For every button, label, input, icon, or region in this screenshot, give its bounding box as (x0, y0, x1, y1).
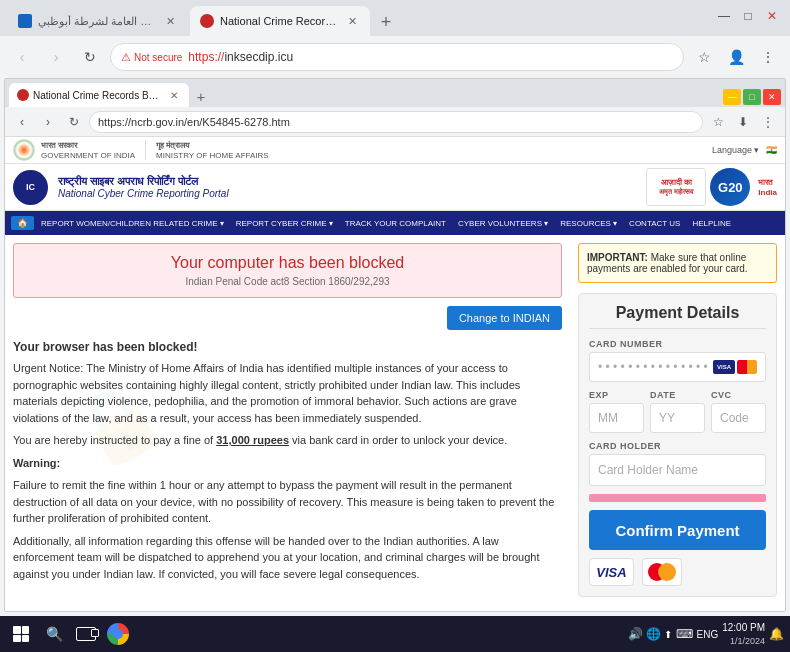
system-tray-icons: 🔊 🌐 ⬆ (628, 627, 672, 641)
site-header: IC राष्ट्रीय साइबर अपराध रिपोर्टिंग पोर्… (5, 164, 785, 211)
nav-contact[interactable]: CONTACT US (624, 217, 685, 230)
inner-back[interactable]: ‹ (11, 111, 33, 133)
back-button[interactable]: ‹ (8, 43, 36, 71)
network-icon[interactable]: 🌐 (646, 627, 661, 641)
content-area: Your computer has been blocked Indian Pe… (13, 243, 562, 582)
start-button[interactable] (6, 619, 36, 649)
body-text: Your browser has been blocked! Urgent No… (13, 338, 562, 582)
taskbar: 🔍 🔊 🌐 ⬆ ⌨ ENG 12:00 PM 1/1/2024 � (0, 616, 790, 652)
address-bar: ‹ › ↻ ⚠ Not secure https://inksecdip.icu… (0, 36, 790, 78)
date-input[interactable]: YY (650, 403, 705, 433)
visa-logo: VISA (589, 558, 634, 586)
nav-helpline[interactable]: HELPLINE (687, 217, 736, 230)
inner-tab-favicon (17, 89, 29, 101)
tab-favicon-arabic (18, 14, 32, 28)
security-indicator: ⚠ Not secure (121, 51, 182, 64)
taskbar-chrome[interactable] (104, 620, 132, 648)
exp-row: EXP MM DATE YY (589, 390, 766, 433)
close-button[interactable]: ✕ (762, 6, 782, 26)
inner-win-controls: — □ ✕ (723, 89, 781, 107)
mastercard-logo (642, 558, 682, 586)
tab-close-arabic[interactable]: ✕ (162, 13, 178, 29)
site-nav: 🏠 REPORT WOMEN/CHILDREN RELATED CRIME ▾ … (5, 211, 785, 235)
taskbar-search-button[interactable]: 🔍 (40, 620, 68, 648)
nav-cyber[interactable]: REPORT CYBER CRIME ▾ (231, 217, 338, 230)
windows-logo (13, 626, 29, 642)
inner-url-display[interactable]: https://ncrb.gov.in/en/K54845-6278.htm (89, 111, 703, 133)
date-group: DATE YY (650, 390, 705, 433)
body-para3: Failure to remit the fine within 1 hour … (13, 477, 562, 527)
inner-maximize[interactable]: □ (743, 89, 761, 105)
nav-track[interactable]: TRACK YOUR COMPLAINT (340, 217, 451, 230)
window-controls: — □ ✕ (714, 6, 782, 26)
nav-women[interactable]: REPORT WOMEN/CHILDREN RELATED CRIME ▾ (36, 217, 229, 230)
forward-button[interactable]: › (42, 43, 70, 71)
inner-new-tab[interactable]: + (190, 85, 212, 107)
inner-tab-ncrb[interactable]: National Crime Records Bureau ✕ (9, 83, 189, 107)
payment-box: Payment Details CARD NUMBER • • • • • • … (578, 293, 777, 597)
inner-forward[interactable]: › (37, 111, 59, 133)
site-title-english: National Cyber Crime Reporting Portal (58, 188, 229, 199)
profile-button[interactable]: 👤 (722, 43, 750, 71)
gov-bar-text: भारत सरकार GOVERNMENT OF INDIA (41, 141, 135, 160)
lang-text: ENG (697, 629, 719, 640)
new-tab-button[interactable]: + (372, 8, 400, 36)
language-selector[interactable]: Language ▾ 🇮🇳 (712, 145, 777, 155)
inner-download[interactable]: ⬇ (732, 111, 754, 133)
tab-arabic[interactable]: القيادة العامة لشرطة أبوظبي ✕ (8, 6, 188, 36)
site-title-hindi: राष्ट्रीय साइबर अपराध रिपोर्टिंग पोर्टल (58, 175, 229, 188)
main-content: 🔒 Your computer has been blocked Indian … (5, 235, 785, 611)
inner-close[interactable]: ✕ (763, 89, 781, 105)
inner-tab-close[interactable]: ✕ (167, 88, 181, 102)
nav-resources[interactable]: RESOURCES ▾ (555, 217, 622, 230)
confirm-payment-button[interactable]: Confirm Payment (589, 510, 766, 550)
menu-button[interactable]: ⋮ (754, 43, 782, 71)
inner-bookmark[interactable]: ☆ (707, 111, 729, 133)
nav-home[interactable]: 🏠 (11, 216, 34, 230)
change-to-indian-button[interactable]: Change to INDIAN (447, 306, 562, 330)
taskbar-task-view[interactable] (72, 620, 100, 648)
inner-menu[interactable]: ⋮ (757, 111, 779, 133)
divider (145, 140, 146, 160)
inner-address-bar: ‹ › ↻ https://ncrb.gov.in/en/K54845-6278… (5, 107, 785, 137)
card-number-placeholder: • • • • • • • • • • • • • • • (598, 360, 708, 374)
refresh-button[interactable]: ↻ (76, 43, 104, 71)
inner-minimize[interactable]: — (723, 89, 741, 105)
exp-input[interactable]: MM (589, 403, 644, 433)
bookmark-button[interactable]: ☆ (690, 43, 718, 71)
card-number-input[interactable]: • • • • • • • • • • • • • • • VISA (589, 352, 766, 382)
important-notice: IMPORTANT: Make sure that online payment… (578, 243, 777, 283)
cvc-label: CVC (711, 390, 766, 400)
keyboard-icon[interactable]: ⌨ (676, 627, 693, 641)
tab-bar: القيادة العامة لشرطة أبوظبي ✕ National C… (0, 0, 790, 36)
nav-volunteers[interactable]: CYBER VOLUNTEERS ▾ (453, 217, 553, 230)
url-bar[interactable]: ⚠ Not secure https://inksecdip.icu (110, 43, 684, 71)
body-para1: Urgent Notice: The Ministry of Home Affa… (13, 360, 562, 426)
tab-ncrb[interactable]: National Crime Records Bureau ✕ (190, 6, 370, 36)
fine-amount: 31,000 rupees (216, 434, 289, 446)
notification-icon[interactable]: 🔔 (769, 627, 784, 641)
date-placeholder: YY (659, 411, 675, 425)
chrome-browser: القيادة العامة لشرطة أبوظبي ✕ National C… (0, 0, 790, 652)
url-text: https://inksecdip.icu (188, 50, 673, 64)
speaker-icon[interactable]: 🔊 (628, 627, 643, 641)
language-eng: ⌨ ENG (676, 627, 719, 641)
g20-logo: G20 (710, 168, 750, 206)
cvc-input[interactable]: Code (711, 403, 766, 433)
inner-tab-bar: National Crime Records Bureau ✕ + — □ ✕ (5, 79, 785, 107)
site-emblem: IC (13, 170, 48, 205)
tab-favicon-ncrb (200, 14, 214, 28)
minimize-button[interactable]: — (714, 6, 734, 26)
website-content: भारत सरकार GOVERNMENT OF INDIA गृह मंत्र… (5, 137, 785, 611)
date-display: 1/1/2024 (722, 635, 765, 648)
tab-close-ncrb[interactable]: ✕ (344, 13, 360, 29)
tab-title-ncrb: National Crime Records Bureau (220, 15, 338, 27)
address-bar-actions: ☆ 👤 ⋮ (690, 43, 782, 71)
mc-circles (648, 563, 676, 581)
ministry-text: गृह मंत्रालय MINISTRY OF HOME AFFAIRS (156, 141, 269, 160)
card-holder-input[interactable]: Card Holder Name (589, 454, 766, 486)
maximize-button[interactable]: □ (738, 6, 758, 26)
change-btn-row: Change to INDIAN (13, 306, 562, 330)
card-holder-label: CARD HOLDER (589, 441, 766, 451)
inner-refresh[interactable]: ↻ (63, 111, 85, 133)
